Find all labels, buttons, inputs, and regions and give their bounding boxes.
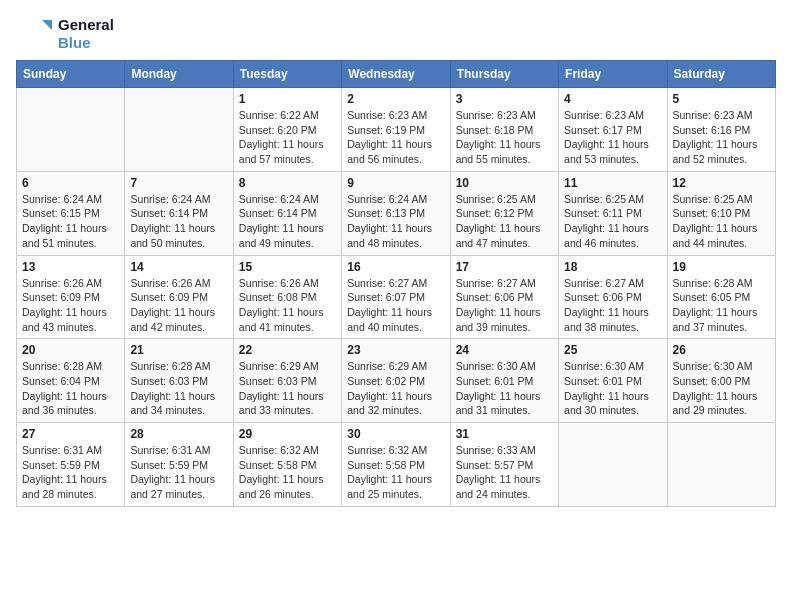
calendar-cell: 28Sunrise: 6:31 AMSunset: 5:59 PMDayligh…: [125, 423, 233, 507]
day-number: 14: [130, 260, 227, 274]
day-number: 16: [347, 260, 444, 274]
page-header: General Blue: [16, 16, 776, 52]
week-row: 27Sunrise: 6:31 AMSunset: 5:59 PMDayligh…: [17, 423, 776, 507]
day-info: Sunrise: 6:28 AMSunset: 6:03 PMDaylight:…: [130, 359, 227, 418]
day-number: 31: [456, 427, 553, 441]
calendar-cell: 12Sunrise: 6:25 AMSunset: 6:10 PMDayligh…: [667, 171, 775, 255]
col-header-friday: Friday: [559, 61, 667, 88]
calendar-cell: 31Sunrise: 6:33 AMSunset: 5:57 PMDayligh…: [450, 423, 558, 507]
calendar-cell: 5Sunrise: 6:23 AMSunset: 6:16 PMDaylight…: [667, 88, 775, 172]
day-info: Sunrise: 6:30 AMSunset: 6:01 PMDaylight:…: [456, 359, 553, 418]
day-number: 18: [564, 260, 661, 274]
day-info: Sunrise: 6:27 AMSunset: 6:06 PMDaylight:…: [456, 276, 553, 335]
calendar-cell: 8Sunrise: 6:24 AMSunset: 6:14 PMDaylight…: [233, 171, 341, 255]
day-info: Sunrise: 6:31 AMSunset: 5:59 PMDaylight:…: [22, 443, 119, 502]
calendar-cell: [125, 88, 233, 172]
day-number: 1: [239, 92, 336, 106]
logo-line2: Blue: [58, 34, 114, 52]
calendar-cell: 26Sunrise: 6:30 AMSunset: 6:00 PMDayligh…: [667, 339, 775, 423]
col-header-tuesday: Tuesday: [233, 61, 341, 88]
day-number: 12: [673, 176, 770, 190]
day-info: Sunrise: 6:22 AMSunset: 6:20 PMDaylight:…: [239, 108, 336, 167]
calendar-cell: 19Sunrise: 6:28 AMSunset: 6:05 PMDayligh…: [667, 255, 775, 339]
logo: General Blue: [16, 16, 114, 52]
day-info: Sunrise: 6:24 AMSunset: 6:13 PMDaylight:…: [347, 192, 444, 251]
calendar-cell: 16Sunrise: 6:27 AMSunset: 6:07 PMDayligh…: [342, 255, 450, 339]
col-header-sunday: Sunday: [17, 61, 125, 88]
day-info: Sunrise: 6:26 AMSunset: 6:08 PMDaylight:…: [239, 276, 336, 335]
day-info: Sunrise: 6:24 AMSunset: 6:14 PMDaylight:…: [130, 192, 227, 251]
day-info: Sunrise: 6:24 AMSunset: 6:14 PMDaylight:…: [239, 192, 336, 251]
day-number: 22: [239, 343, 336, 357]
day-number: 26: [673, 343, 770, 357]
calendar-cell: 15Sunrise: 6:26 AMSunset: 6:08 PMDayligh…: [233, 255, 341, 339]
calendar-cell: 2Sunrise: 6:23 AMSunset: 6:19 PMDaylight…: [342, 88, 450, 172]
day-number: 19: [673, 260, 770, 274]
day-number: 28: [130, 427, 227, 441]
logo-svg: [16, 16, 52, 52]
day-number: 20: [22, 343, 119, 357]
day-number: 7: [130, 176, 227, 190]
day-info: Sunrise: 6:33 AMSunset: 5:57 PMDaylight:…: [456, 443, 553, 502]
calendar-cell: 18Sunrise: 6:27 AMSunset: 6:06 PMDayligh…: [559, 255, 667, 339]
col-header-wednesday: Wednesday: [342, 61, 450, 88]
day-info: Sunrise: 6:26 AMSunset: 6:09 PMDaylight:…: [22, 276, 119, 335]
col-header-thursday: Thursday: [450, 61, 558, 88]
calendar-cell: 6Sunrise: 6:24 AMSunset: 6:15 PMDaylight…: [17, 171, 125, 255]
calendar-cell: 7Sunrise: 6:24 AMSunset: 6:14 PMDaylight…: [125, 171, 233, 255]
day-number: 6: [22, 176, 119, 190]
day-number: 23: [347, 343, 444, 357]
day-info: Sunrise: 6:31 AMSunset: 5:59 PMDaylight:…: [130, 443, 227, 502]
col-header-saturday: Saturday: [667, 61, 775, 88]
day-info: Sunrise: 6:28 AMSunset: 6:04 PMDaylight:…: [22, 359, 119, 418]
calendar-cell: 17Sunrise: 6:27 AMSunset: 6:06 PMDayligh…: [450, 255, 558, 339]
day-info: Sunrise: 6:24 AMSunset: 6:15 PMDaylight:…: [22, 192, 119, 251]
day-number: 9: [347, 176, 444, 190]
calendar-cell: [17, 88, 125, 172]
day-info: Sunrise: 6:30 AMSunset: 6:01 PMDaylight:…: [564, 359, 661, 418]
day-info: Sunrise: 6:27 AMSunset: 6:07 PMDaylight:…: [347, 276, 444, 335]
calendar-cell: [559, 423, 667, 507]
day-info: Sunrise: 6:32 AMSunset: 5:58 PMDaylight:…: [347, 443, 444, 502]
calendar-cell: 10Sunrise: 6:25 AMSunset: 6:12 PMDayligh…: [450, 171, 558, 255]
day-number: 30: [347, 427, 444, 441]
day-number: 24: [456, 343, 553, 357]
day-number: 25: [564, 343, 661, 357]
calendar-cell: 30Sunrise: 6:32 AMSunset: 5:58 PMDayligh…: [342, 423, 450, 507]
day-number: 5: [673, 92, 770, 106]
calendar: SundayMondayTuesdayWednesdayThursdayFrid…: [16, 60, 776, 507]
day-info: Sunrise: 6:23 AMSunset: 6:19 PMDaylight:…: [347, 108, 444, 167]
day-number: 13: [22, 260, 119, 274]
calendar-cell: 4Sunrise: 6:23 AMSunset: 6:17 PMDaylight…: [559, 88, 667, 172]
day-number: 17: [456, 260, 553, 274]
day-info: Sunrise: 6:29 AMSunset: 6:02 PMDaylight:…: [347, 359, 444, 418]
calendar-cell: 14Sunrise: 6:26 AMSunset: 6:09 PMDayligh…: [125, 255, 233, 339]
col-header-monday: Monday: [125, 61, 233, 88]
calendar-cell: 23Sunrise: 6:29 AMSunset: 6:02 PMDayligh…: [342, 339, 450, 423]
day-info: Sunrise: 6:25 AMSunset: 6:11 PMDaylight:…: [564, 192, 661, 251]
day-info: Sunrise: 6:32 AMSunset: 5:58 PMDaylight:…: [239, 443, 336, 502]
calendar-cell: 9Sunrise: 6:24 AMSunset: 6:13 PMDaylight…: [342, 171, 450, 255]
day-info: Sunrise: 6:25 AMSunset: 6:12 PMDaylight:…: [456, 192, 553, 251]
calendar-cell: 27Sunrise: 6:31 AMSunset: 5:59 PMDayligh…: [17, 423, 125, 507]
calendar-cell: 29Sunrise: 6:32 AMSunset: 5:58 PMDayligh…: [233, 423, 341, 507]
calendar-cell: [667, 423, 775, 507]
week-row: 20Sunrise: 6:28 AMSunset: 6:04 PMDayligh…: [17, 339, 776, 423]
calendar-cell: 20Sunrise: 6:28 AMSunset: 6:04 PMDayligh…: [17, 339, 125, 423]
calendar-cell: 3Sunrise: 6:23 AMSunset: 6:18 PMDaylight…: [450, 88, 558, 172]
logo-line1: General: [58, 16, 114, 34]
calendar-cell: 21Sunrise: 6:28 AMSunset: 6:03 PMDayligh…: [125, 339, 233, 423]
day-number: 3: [456, 92, 553, 106]
day-info: Sunrise: 6:26 AMSunset: 6:09 PMDaylight:…: [130, 276, 227, 335]
svg-rect-1: [16, 16, 40, 52]
day-info: Sunrise: 6:29 AMSunset: 6:03 PMDaylight:…: [239, 359, 336, 418]
day-info: Sunrise: 6:30 AMSunset: 6:00 PMDaylight:…: [673, 359, 770, 418]
day-number: 29: [239, 427, 336, 441]
week-row: 6Sunrise: 6:24 AMSunset: 6:15 PMDaylight…: [17, 171, 776, 255]
day-number: 15: [239, 260, 336, 274]
day-number: 2: [347, 92, 444, 106]
day-info: Sunrise: 6:23 AMSunset: 6:18 PMDaylight:…: [456, 108, 553, 167]
day-info: Sunrise: 6:23 AMSunset: 6:16 PMDaylight:…: [673, 108, 770, 167]
day-info: Sunrise: 6:27 AMSunset: 6:06 PMDaylight:…: [564, 276, 661, 335]
week-row: 1Sunrise: 6:22 AMSunset: 6:20 PMDaylight…: [17, 88, 776, 172]
